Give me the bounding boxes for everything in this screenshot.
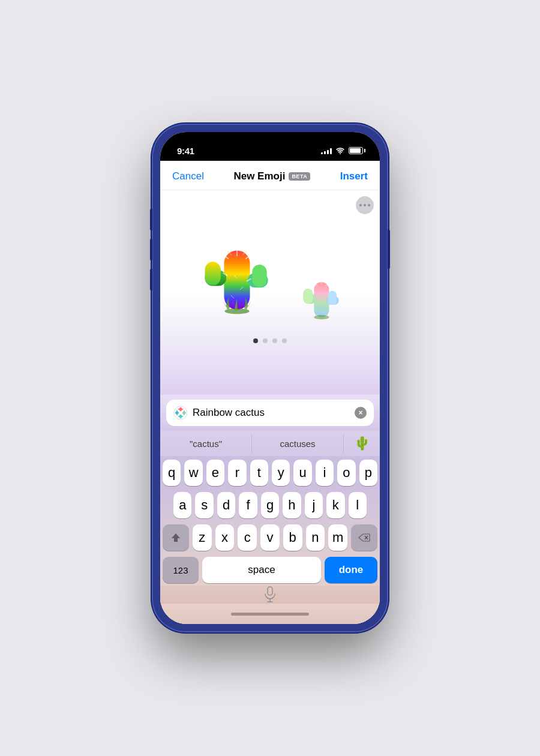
svg-point-25 bbox=[314, 315, 329, 319]
predictive-item-cactuses[interactable]: cactuses bbox=[252, 434, 344, 454]
shift-key[interactable] bbox=[163, 524, 189, 551]
app-content: Cancel New Emoji BETA Insert bbox=[160, 161, 380, 624]
key-y[interactable]: y bbox=[272, 460, 290, 486]
key-h[interactable]: h bbox=[283, 492, 301, 518]
key-k[interactable]: k bbox=[326, 492, 344, 518]
nav-bar: Cancel New Emoji BETA Insert bbox=[160, 161, 380, 190]
search-clear-button[interactable]: × bbox=[355, 407, 367, 419]
key-g[interactable]: g bbox=[261, 492, 279, 518]
svg-rect-5 bbox=[252, 264, 266, 287]
key-row-1: q w e r t y u i o p bbox=[163, 460, 377, 486]
keyboard: q w e r t y u i o p a s bbox=[160, 460, 380, 583]
emoji-secondary-cactus[interactable] bbox=[294, 272, 348, 326]
status-time: 9:41 bbox=[177, 146, 194, 156]
svg-rect-17 bbox=[314, 282, 329, 317]
genmoji-icon bbox=[173, 406, 188, 420]
key-r[interactable]: r bbox=[228, 460, 246, 486]
key-l[interactable]: l bbox=[349, 492, 367, 518]
key-row-bottom: 123 space done bbox=[163, 557, 377, 583]
svg-rect-19 bbox=[303, 289, 313, 304]
key-x[interactable]: x bbox=[215, 524, 235, 551]
svg-rect-21 bbox=[328, 290, 337, 304]
svg-point-0 bbox=[340, 153, 341, 154]
clear-icon: × bbox=[358, 409, 362, 416]
key-z[interactable]: z bbox=[193, 524, 212, 551]
svg-rect-29 bbox=[268, 587, 272, 595]
key-v[interactable]: v bbox=[260, 524, 280, 551]
key-o[interactable]: o bbox=[337, 460, 355, 486]
key-w[interactable]: w bbox=[184, 460, 202, 486]
key-m[interactable]: m bbox=[328, 524, 347, 551]
predictive-item-emoji[interactable]: 🌵 bbox=[344, 431, 380, 456]
nav-title-area: New Emoji BETA bbox=[233, 170, 310, 182]
emoji-main-cactus[interactable] bbox=[192, 236, 282, 326]
predictive-emoji-1: 🌵 bbox=[354, 436, 370, 451]
emoji-preview-area bbox=[160, 190, 380, 395]
key-c[interactable]: c bbox=[238, 524, 257, 551]
insert-button[interactable]: Insert bbox=[340, 170, 368, 182]
emoji-display bbox=[172, 236, 368, 326]
status-icons bbox=[321, 147, 363, 154]
dynamic-island bbox=[234, 138, 306, 159]
more-options-button[interactable] bbox=[356, 196, 374, 214]
home-indicator bbox=[231, 613, 309, 616]
key-u[interactable]: u bbox=[293, 460, 311, 486]
phone-screen: 9:41 bbox=[160, 132, 380, 624]
status-bar: 9:41 bbox=[160, 132, 380, 161]
keyboard-area: Rainbow cactus × "cactus" cactuses 🌵 bbox=[160, 395, 380, 624]
page-dots bbox=[253, 338, 287, 343]
home-indicator-area bbox=[160, 604, 380, 624]
key-i[interactable]: i bbox=[316, 460, 334, 486]
battery-icon bbox=[349, 147, 363, 154]
beta-badge: BETA bbox=[289, 172, 310, 181]
cancel-button[interactable]: Cancel bbox=[172, 170, 204, 182]
key-f[interactable]: f bbox=[239, 492, 257, 518]
page-dot-2[interactable] bbox=[263, 338, 268, 343]
key-n[interactable]: n bbox=[306, 524, 325, 551]
key-p[interactable]: p bbox=[359, 460, 377, 486]
mic-area bbox=[160, 586, 380, 604]
key-a[interactable]: a bbox=[173, 492, 191, 518]
predictive-label-2: cactuses bbox=[280, 439, 315, 449]
signal-icon bbox=[321, 147, 332, 154]
search-input[interactable]: Rainbow cactus bbox=[193, 407, 350, 419]
key-e[interactable]: e bbox=[206, 460, 224, 486]
space-key[interactable]: space bbox=[202, 557, 321, 583]
key-row-3: z x c v b n m bbox=[163, 524, 377, 551]
page-dot-3[interactable] bbox=[272, 338, 277, 343]
page-title: New Emoji bbox=[233, 170, 285, 182]
page-dot-4[interactable] bbox=[282, 338, 287, 343]
predictive-item-cactus-quoted[interactable]: "cactus" bbox=[160, 434, 252, 454]
svg-rect-3 bbox=[205, 262, 221, 285]
numbers-key[interactable]: 123 bbox=[163, 557, 199, 583]
key-row-2: a s d f g h j k l bbox=[163, 492, 377, 518]
key-j[interactable]: j bbox=[305, 492, 323, 518]
microphone-icon[interactable] bbox=[263, 586, 277, 603]
key-b[interactable]: b bbox=[283, 524, 302, 551]
key-s[interactable]: s bbox=[195, 492, 213, 518]
page-dot-1[interactable] bbox=[253, 338, 258, 343]
key-q[interactable]: q bbox=[163, 460, 181, 486]
search-bar[interactable]: Rainbow cactus × bbox=[166, 400, 374, 426]
wifi-icon bbox=[335, 147, 345, 154]
predictive-bar: "cactus" cactuses 🌵 bbox=[160, 431, 380, 456]
more-dots-icon bbox=[359, 204, 370, 206]
phone-frame: 9:41 bbox=[153, 125, 387, 631]
done-key[interactable]: done bbox=[325, 557, 377, 583]
key-t[interactable]: t bbox=[250, 460, 268, 486]
key-d[interactable]: d bbox=[217, 492, 235, 518]
predictive-label-1: "cactus" bbox=[190, 439, 222, 449]
delete-key[interactable] bbox=[351, 524, 377, 551]
